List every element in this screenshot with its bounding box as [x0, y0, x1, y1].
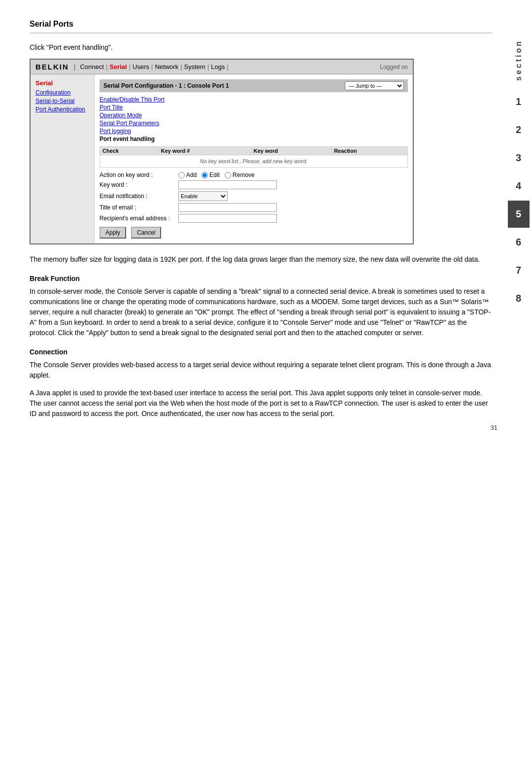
event-form: Action on key word : Add Edit Remove — [100, 172, 408, 239]
email-notif-select[interactable]: Enable Disable — [178, 191, 228, 201]
sidebar-serial-to-serial[interactable]: Serial-to-Serial — [35, 98, 89, 104]
no-keyword-msg: No key word list...Please, add new key w… — [100, 155, 408, 168]
section-word: section — [514, 39, 523, 81]
nav-serial[interactable]: Serial — [107, 63, 129, 70]
sidebar-port-auth[interactable]: Port Authentication — [35, 106, 89, 113]
nav-logs[interactable]: Logs — [209, 63, 227, 70]
recipient-input[interactable] — [178, 214, 277, 223]
link-port-title[interactable]: Port Title — [100, 104, 408, 111]
link-port-event[interactable]: Port event handling — [100, 136, 408, 142]
recipient-label: Recipient's email address : — [100, 215, 178, 222]
page-title-area: Serial Ports — [30, 20, 493, 34]
logged-on-label: Logged on — [380, 64, 408, 70]
connection-heading: Connection — [30, 348, 493, 356]
keyword-label: Key word : — [100, 181, 178, 188]
break-function-text: In console-server mode, the Console Serv… — [30, 286, 493, 338]
event-table: Check Key word # Key word Reaction No ke… — [100, 146, 408, 168]
nav-divider: | — [74, 63, 76, 71]
radio-edit[interactable]: Edit — [201, 172, 220, 178]
link-port-logging[interactable]: Port logging — [100, 128, 408, 135]
cancel-button[interactable]: Cancel — [131, 227, 161, 239]
memory-buffer-text: The memory buffer size for logging data … — [30, 254, 493, 265]
section-num-5[interactable]: 5 — [508, 201, 530, 228]
link-operation-mode[interactable]: Operation Mode — [100, 112, 408, 119]
action-row: Action on key word : Add Edit Remove — [100, 172, 408, 178]
link-enable-disable[interactable]: Enable/Disable This Port — [100, 96, 408, 103]
col-keyword: Key word — [251, 147, 331, 155]
action-label: Action on key word : — [100, 172, 178, 178]
link-serial-params[interactable]: Serial Port Parameters — [100, 120, 408, 127]
page-number: 31 — [491, 424, 498, 431]
break-function-heading: Break Function — [30, 275, 493, 282]
col-keyword-num: Key word # — [158, 147, 251, 155]
keyword-row: Key word : — [100, 180, 408, 189]
action-radios: Add Edit Remove — [178, 172, 408, 178]
config-header: Serial Port Configuration - 1 : Console … — [100, 79, 408, 92]
radio-edit-input[interactable] — [201, 172, 208, 178]
config-links: Enable/Disable This Port Port Title Oper… — [100, 96, 408, 142]
radio-remove-input[interactable] — [225, 172, 231, 178]
section-num-2[interactable]: 2 — [508, 116, 530, 143]
section-num-3[interactable]: 3 — [508, 144, 530, 172]
email-notif-label: Email notification : — [100, 193, 178, 200]
radio-remove[interactable]: Remove — [225, 172, 255, 178]
config-header-title: Serial Port Configuration - 1 : Console … — [103, 82, 229, 89]
instruction-text: Click "Port event handling". — [30, 43, 493, 51]
browser-content: Serial Configuration Serial-to-Serial Po… — [31, 74, 413, 243]
nav-system[interactable]: System — [182, 63, 207, 70]
col-reaction: Reaction — [331, 147, 407, 155]
main-content: Serial Port Configuration - 1 : Console … — [95, 74, 413, 243]
button-row: Apply Cancel — [100, 227, 408, 239]
email-notif-row: Email notification : Enable Disable — [100, 191, 408, 201]
email-title-row: Title of email : — [100, 203, 408, 212]
section-num-1[interactable]: 1 — [508, 88, 530, 115]
sidebar-title: Serial — [35, 79, 89, 87]
email-title-label: Title of email : — [100, 204, 178, 211]
browser-nav: BELKIN | Connect | Serial | Users | Netw… — [31, 60, 413, 74]
browser-mockup: BELKIN | Connect | Serial | Users | Netw… — [30, 59, 414, 244]
section-bar: section 1 2 3 4 5 6 7 8 — [505, 0, 532, 760]
recipient-row: Recipient's email address : — [100, 214, 408, 223]
nav-links: Connect | Serial | Users | Network | Sys… — [78, 63, 228, 70]
connection-para-1: The Console Server provides web-based ac… — [30, 360, 493, 380]
connection-para-2: A Java applet is used to provide the tex… — [30, 388, 493, 419]
radio-add[interactable]: Add — [178, 172, 197, 178]
nav-connect[interactable]: Connect — [78, 63, 105, 70]
belkin-logo: BELKIN — [35, 63, 69, 71]
page-title: Serial Ports — [30, 20, 73, 28]
connection-section: Connection The Console Server provides w… — [30, 348, 493, 419]
sidebar-configuration[interactable]: Configuration — [35, 89, 89, 96]
apply-button[interactable]: Apply — [100, 227, 126, 239]
sidebar-nav: Serial Configuration Serial-to-Serial Po… — [31, 74, 95, 243]
email-title-input[interactable] — [178, 203, 277, 212]
col-check: Check — [100, 147, 159, 155]
nav-users[interactable]: Users — [131, 63, 151, 70]
radio-add-input[interactable] — [178, 172, 185, 178]
break-function-section: Break Function In console-server mode, t… — [30, 275, 493, 338]
section-num-8[interactable]: 8 — [508, 285, 530, 312]
section-num-7[interactable]: 7 — [508, 257, 530, 284]
section-num-6[interactable]: 6 — [508, 229, 530, 256]
keyword-input[interactable] — [178, 180, 277, 189]
nav-network[interactable]: Network — [153, 63, 180, 70]
section-num-4[interactable]: 4 — [508, 173, 530, 200]
jump-select[interactable]: — Jump to — — [345, 81, 404, 90]
